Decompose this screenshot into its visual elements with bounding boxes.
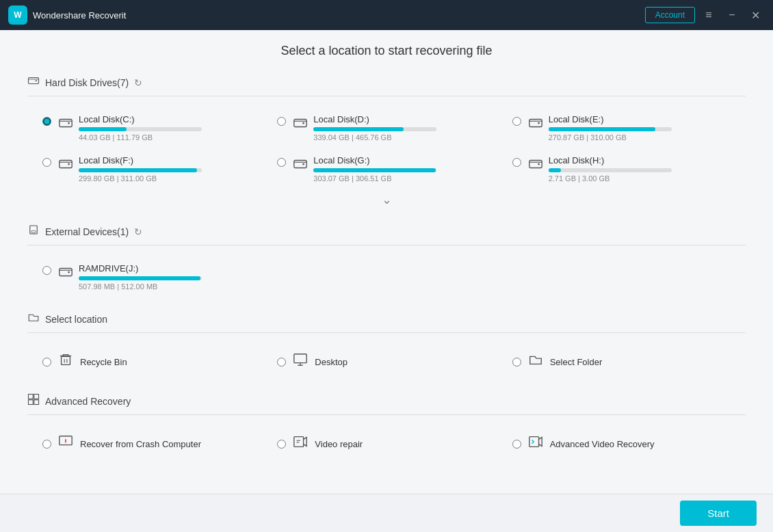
disk-size-h: 2.71 GB | 3.00 GB bbox=[549, 174, 672, 183]
location-item-desktop[interactable]: Desktop bbox=[269, 344, 503, 380]
disk-radio-d[interactable] bbox=[277, 117, 286, 126]
disk-name-g: Local Disk(G:) bbox=[313, 155, 436, 165]
external-devices-title: External Devices(1) bbox=[45, 226, 129, 237]
location-radio-desktop[interactable] bbox=[277, 358, 286, 367]
svg-rect-29 bbox=[294, 354, 306, 363]
svg-rect-3 bbox=[60, 120, 72, 127]
external-devices-icon bbox=[27, 224, 40, 239]
disk-bar-container-f bbox=[79, 168, 202, 172]
disk-icon-d bbox=[293, 116, 308, 135]
disk-name-c: Local Disk(C:) bbox=[79, 114, 202, 124]
disk-radio-g[interactable] bbox=[277, 158, 286, 167]
device-icon-j bbox=[58, 265, 73, 284]
external-devices-header: External Devices(1) ↻ bbox=[27, 224, 746, 245]
advanced-recovery-title: Advanced Recovery bbox=[45, 396, 131, 407]
disk-icon-c bbox=[58, 116, 73, 135]
select-location-section: Select location Recycle Bin bbox=[27, 311, 746, 380]
disk-radio-e[interactable] bbox=[512, 117, 521, 126]
start-button[interactable]: Start bbox=[680, 501, 757, 526]
show-more-button[interactable]: ⌄ bbox=[27, 189, 746, 210]
location-radio-recycle[interactable] bbox=[42, 358, 51, 367]
svg-point-7 bbox=[303, 122, 305, 124]
disk-item-c[interactable]: Local Disk(C:) 44.03 GB | 111.79 GB bbox=[34, 107, 269, 148]
svg-rect-33 bbox=[34, 395, 39, 399]
account-button[interactable]: Account bbox=[645, 7, 695, 23]
device-radio-j[interactable] bbox=[42, 266, 51, 275]
disk-size-f: 299.80 GB | 311.00 GB bbox=[79, 174, 202, 183]
trash-icon bbox=[58, 352, 73, 371]
close-button[interactable]: ✕ bbox=[746, 5, 765, 25]
advanced-recovery-header: Advanced Recovery bbox=[27, 393, 746, 415]
location-name-folder: Select Folder bbox=[550, 357, 603, 367]
page-title: Select a location to start recovering fi… bbox=[27, 44, 746, 58]
svg-rect-23 bbox=[60, 269, 72, 276]
disk-radio-h[interactable] bbox=[512, 158, 521, 167]
svg-point-4 bbox=[68, 122, 70, 124]
title-bar-left: W Wondershare Recoverit bbox=[8, 5, 126, 25]
svg-rect-15 bbox=[294, 161, 306, 168]
folder-icon bbox=[528, 352, 543, 371]
disk-name-e: Local Disk(E:) bbox=[549, 114, 672, 124]
device-bar-container-j bbox=[79, 276, 202, 280]
advanced-item-advvideo[interactable]: Advanced Video Recovery bbox=[504, 426, 739, 462]
device-name-j: RAMDRIVE(J:) bbox=[79, 263, 202, 274]
advanced-radio-advvideo[interactable] bbox=[512, 440, 521, 449]
disk-size-c: 44.03 GB | 111.79 GB bbox=[79, 133, 202, 142]
disk-item-g[interactable]: Local Disk(G:) 303.07 GB | 306.51 GB bbox=[269, 148, 503, 189]
disk-item-e[interactable]: Local Disk(E:) 270.87 GB | 310.00 GB bbox=[504, 107, 739, 148]
external-devices-grid: RAMDRIVE(J:) 507.98 MB | 512.00 MB bbox=[27, 256, 746, 297]
disk-bar-g bbox=[313, 168, 435, 172]
advanced-name-crash: Recover from Crash Computer bbox=[80, 439, 201, 449]
disk-bar-container-g bbox=[313, 168, 436, 172]
svg-point-24 bbox=[68, 271, 70, 274]
hard-disk-section-header: Hard Disk Drives(7) ↻ bbox=[27, 75, 746, 96]
advanced-radio-crash[interactable] bbox=[42, 440, 51, 449]
menu-button[interactable]: ≡ bbox=[699, 5, 718, 25]
disk-bar-h bbox=[549, 168, 561, 172]
advanced-name-video: Video repair bbox=[315, 439, 363, 449]
hard-disk-refresh-icon[interactable]: ↻ bbox=[134, 77, 142, 88]
disk-bar-container-d bbox=[313, 127, 436, 131]
svg-rect-34 bbox=[29, 400, 34, 405]
disk-radio-f[interactable] bbox=[42, 158, 51, 167]
svg-rect-22 bbox=[31, 231, 36, 233]
svg-point-13 bbox=[68, 163, 70, 165]
location-item-recycle[interactable]: Recycle Bin bbox=[34, 344, 269, 380]
disk-item-h[interactable]: Local Disk(H:) 2.71 GB | 3.00 GB bbox=[504, 148, 739, 189]
minimize-button[interactable]: − bbox=[722, 5, 742, 25]
disk-name-f: Local Disk(F:) bbox=[79, 155, 202, 165]
disk-radio-c[interactable] bbox=[42, 117, 51, 126]
location-item-folder[interactable]: Select Folder bbox=[504, 344, 739, 380]
location-radio-folder[interactable] bbox=[512, 358, 521, 367]
disk-icon-g bbox=[293, 157, 308, 176]
disk-name-h: Local Disk(H:) bbox=[549, 155, 672, 165]
svg-rect-32 bbox=[29, 395, 34, 399]
disk-bar-d bbox=[313, 127, 403, 131]
disk-icon-e bbox=[528, 116, 543, 135]
external-devices-refresh-icon[interactable]: ↻ bbox=[134, 226, 142, 237]
desktop-icon bbox=[293, 352, 308, 371]
device-size-j: 507.98 MB | 512.00 MB bbox=[79, 282, 202, 291]
disk-item-d[interactable]: Local Disk(D:) 339.04 GB | 465.76 GB bbox=[269, 107, 503, 148]
disk-item-f[interactable]: Local Disk(F:) 299.80 GB | 311.00 GB bbox=[34, 148, 269, 189]
title-bar-right: Account ≡ − ✕ bbox=[645, 5, 765, 25]
hard-disk-grid: Local Disk(C:) 44.03 GB | 111.79 GB bbox=[27, 107, 746, 189]
svg-rect-35 bbox=[34, 400, 39, 405]
advanced-radio-video[interactable] bbox=[277, 440, 286, 449]
svg-point-10 bbox=[538, 122, 540, 124]
disk-icon-h bbox=[528, 157, 543, 176]
svg-rect-39 bbox=[294, 437, 304, 447]
select-location-title: Select location bbox=[45, 314, 107, 325]
advanced-name-advvideo: Advanced Video Recovery bbox=[550, 439, 655, 449]
svg-rect-12 bbox=[60, 161, 72, 168]
select-location-grid: Recycle Bin Desktop bbox=[27, 344, 746, 380]
advanced-item-video[interactable]: Video repair bbox=[269, 426, 503, 462]
disk-bar-e bbox=[549, 127, 656, 131]
advanced-item-crash[interactable]: ! Recover from Crash Computer bbox=[34, 426, 269, 462]
disk-size-g: 303.07 GB | 306.51 GB bbox=[313, 174, 436, 183]
disk-icon-f bbox=[58, 157, 73, 176]
crash-icon: ! bbox=[58, 434, 73, 453]
location-name-recycle: Recycle Bin bbox=[80, 357, 127, 367]
external-devices-section: External Devices(1) ↻ RAMDRIVE(J:) 507.9… bbox=[27, 224, 746, 297]
device-item-j[interactable]: RAMDRIVE(J:) 507.98 MB | 512.00 MB bbox=[34, 256, 269, 297]
